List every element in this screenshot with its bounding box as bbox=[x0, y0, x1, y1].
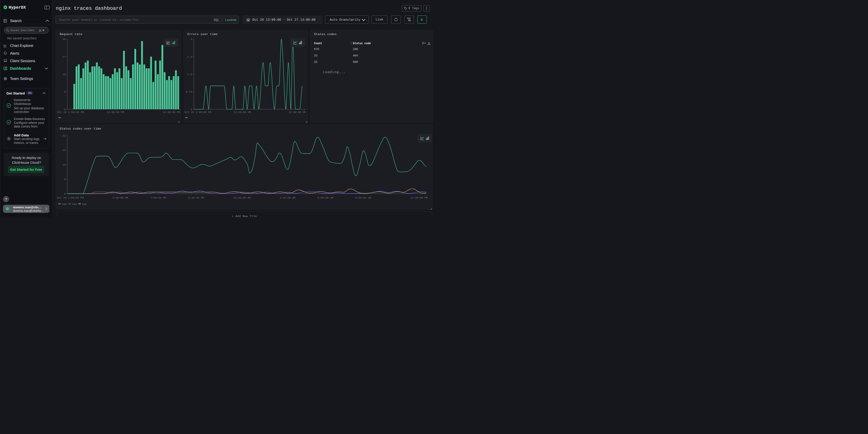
svg-text:16: 16 bbox=[62, 163, 66, 166]
svg-text:0: 0 bbox=[64, 192, 66, 195]
svg-text:36: 36 bbox=[62, 38, 66, 41]
svg-text:24: 24 bbox=[62, 149, 66, 152]
svg-text:2.3: 2.3 bbox=[187, 55, 192, 58]
svg-text:8: 8 bbox=[64, 178, 66, 181]
svg-text:4:30:00 PM: 4:30:00 PM bbox=[112, 196, 128, 199]
svg-text:9: 9 bbox=[64, 90, 66, 93]
svg-text:12:30:00 PM: 12:30:00 PM bbox=[410, 196, 428, 199]
svg-text:11:30:00 PM: 11:30:00 PM bbox=[107, 111, 124, 114]
svg-text:404: 404 bbox=[72, 203, 77, 206]
svg-text:32: 32 bbox=[62, 134, 66, 137]
svg-text:200: 200 bbox=[62, 203, 67, 206]
svg-text:3: 3 bbox=[8, 137, 9, 140]
svg-text:3: 3 bbox=[190, 38, 192, 41]
svg-text:12:30:00 PM: 12:30:00 PM bbox=[163, 111, 180, 114]
svg-text:8:30:00 AM: 8:30:00 AM bbox=[355, 196, 371, 199]
svg-text:3:30:00 AM: 3:30:00 AM bbox=[280, 196, 295, 199]
svg-text:1.5: 1.5 bbox=[187, 73, 192, 76]
svg-text:Oct 26 1:00:00 PM: Oct 26 1:00:00 PM bbox=[57, 196, 84, 199]
svg-text:9:30:00 PM: 9:30:00 PM bbox=[188, 196, 204, 199]
svg-text:Oct 26 1:00:00 PM: Oct 26 1:00:00 PM bbox=[184, 111, 211, 114]
svg-text:12:30:00 PM: 12:30:00 PM bbox=[288, 111, 306, 114]
svg-text:6:00:00 AM: 6:00:00 AM bbox=[317, 196, 333, 199]
svg-text:0.75: 0.75 bbox=[186, 90, 192, 93]
svg-text:18: 18 bbox=[62, 73, 66, 76]
svg-text:7:00:00 PM: 7:00:00 PM bbox=[150, 196, 166, 199]
svg-text:12:30:00 AM: 12:30:00 AM bbox=[234, 196, 251, 199]
svg-text:Oct 26 1:00:00 PM: Oct 26 1:00:00 PM bbox=[57, 111, 84, 114]
svg-text:27: 27 bbox=[62, 55, 66, 58]
svg-text:500: 500 bbox=[82, 203, 87, 206]
svg-text:11:30:00 PM: 11:30:00 PM bbox=[234, 111, 251, 114]
